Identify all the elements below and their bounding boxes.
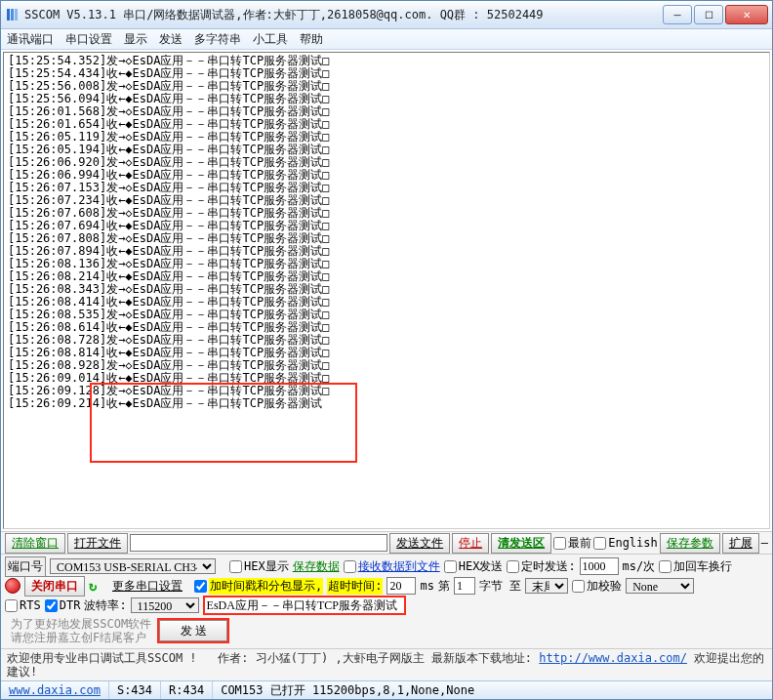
- promo-line-2: 请您注册嘉立创F结尾客户: [11, 631, 151, 644]
- port-label: 端口号: [5, 556, 46, 577]
- menu-multistr[interactable]: 多字符串: [194, 31, 241, 48]
- status-bar: www.daxia.com S:434 R:434 COM153 已打开 115…: [1, 680, 772, 699]
- recv-to-file-checkbox[interactable]: 接收数据到文件: [344, 558, 440, 575]
- add-checksum-checkbox[interactable]: 加校验: [572, 578, 622, 595]
- timestamp-checkbox[interactable]: 加时间戳和分包显示,: [194, 578, 323, 595]
- reload-icon[interactable]: ↻: [89, 579, 102, 593]
- menu-display[interactable]: 显示: [124, 31, 147, 48]
- toolbar-row-1: 清除窗口 打开文件 发送文件 停止 清发送区 最前 English 保存参数 扩…: [1, 531, 772, 554]
- close-port-button[interactable]: 关闭串口: [24, 576, 85, 597]
- checksum-select[interactable]: None: [626, 578, 694, 594]
- port-select[interactable]: COM153 USB-SERIAL CH340: [50, 558, 216, 574]
- window-title: SSCOM V5.13.1 串口/网络数据调试器,作者:大虾丁丁,2618058…: [24, 7, 663, 23]
- baud-select[interactable]: 115200: [131, 597, 199, 613]
- timeout-label: 超时时间:: [327, 578, 383, 595]
- clear-send-button[interactable]: 清发送区: [491, 533, 551, 554]
- menu-tools[interactable]: 小工具: [253, 31, 288, 48]
- toolbar-dash: —: [761, 536, 768, 550]
- send-text-input[interactable]: [203, 596, 406, 615]
- rts-checkbox[interactable]: RTS: [5, 598, 41, 612]
- ontop-checkbox[interactable]: 最前: [553, 535, 591, 552]
- status-com: COM153 已打开 115200bps,8,1,None,None: [213, 681, 772, 699]
- ms-label: ms: [420, 579, 433, 593]
- file-path-input[interactable]: [130, 534, 387, 552]
- menu-serial[interactable]: 串口设置: [65, 31, 112, 48]
- timed-send-checkbox[interactable]: 定时发送:: [507, 558, 575, 575]
- send-button[interactable]: 发 送: [159, 620, 227, 641]
- status-site[interactable]: www.daxia.com: [1, 681, 109, 699]
- hex-show-checkbox[interactable]: HEX显示: [229, 558, 289, 575]
- hex-send-checkbox[interactable]: HEX发送: [444, 558, 504, 575]
- minimize-button[interactable]: ─: [663, 5, 692, 24]
- nth-label: 第: [438, 578, 450, 595]
- svg-rect-0: [7, 9, 10, 21]
- log-textarea[interactable]: [15:25:54.352]发→◇EsDA应用－－串口转TCP服务器测试□ [1…: [3, 52, 770, 529]
- baud-label: 波特率:: [84, 597, 126, 614]
- menu-help[interactable]: 帮助: [300, 31, 323, 48]
- timed-unit-label: ms/次: [623, 558, 656, 575]
- footer-note: 为了更好地发展SSCOM软件 请您注册嘉立创F结尾客户 发 送: [5, 615, 768, 646]
- save-data-link[interactable]: 保存数据: [293, 558, 340, 575]
- svg-rect-2: [15, 9, 18, 21]
- website-link[interactable]: http://www.daxia.com/: [539, 651, 687, 665]
- clear-window-button[interactable]: 清除窗口: [5, 533, 65, 554]
- open-file-button[interactable]: 打开文件: [67, 533, 128, 554]
- footer-info: 欢迎使用专业串口调试工具SSCOM ! 作者: 习小猛(丁丁) ,大虾电子网版主…: [1, 648, 772, 680]
- close-button[interactable]: ✕: [725, 5, 768, 24]
- tail-select[interactable]: 末尾: [525, 578, 568, 594]
- english-checkbox[interactable]: English: [593, 536, 658, 550]
- menu-bar: 通讯端口 串口设置 显示 发送 多字符串 小工具 帮助: [1, 29, 772, 50]
- add-crlf-checkbox[interactable]: 加回车换行: [659, 558, 732, 575]
- promo-line-1: 为了更好地发展SSCOM软件: [11, 617, 151, 631]
- timeout-input[interactable]: [386, 577, 416, 595]
- dtr-checkbox[interactable]: DTR: [45, 598, 81, 612]
- app-icon: [5, 7, 20, 22]
- app-window: SSCOM V5.13.1 串口/网络数据调试器,作者:大虾丁丁,2618058…: [0, 0, 773, 700]
- send-button-highlight: 发 送: [157, 618, 229, 643]
- title-bar[interactable]: SSCOM V5.13.1 串口/网络数据调试器,作者:大虾丁丁,2618058…: [1, 1, 772, 29]
- maximize-button[interactable]: ☐: [694, 5, 723, 24]
- stop-button[interactable]: 停止: [452, 533, 489, 554]
- menu-send[interactable]: 发送: [159, 31, 183, 48]
- svg-rect-1: [11, 9, 14, 21]
- extend-button[interactable]: 扩展: [722, 533, 759, 554]
- save-params-button[interactable]: 保存参数: [660, 533, 720, 554]
- timed-interval-input[interactable]: [580, 557, 619, 575]
- byte-label: 字节 至: [479, 578, 521, 595]
- status-dot-icon: [5, 578, 20, 594]
- more-settings-link[interactable]: 更多串口设置: [112, 578, 183, 595]
- nth-input[interactable]: [454, 577, 475, 595]
- status-recv: R:434: [161, 681, 213, 699]
- menu-port[interactable]: 通讯端口: [7, 31, 54, 48]
- send-file-button[interactable]: 发送文件: [389, 533, 450, 554]
- status-sent: S:434: [109, 681, 161, 699]
- controls-panel: 端口号 COM153 USB-SERIAL CH340 HEX显示 保存数据 接…: [1, 554, 772, 648]
